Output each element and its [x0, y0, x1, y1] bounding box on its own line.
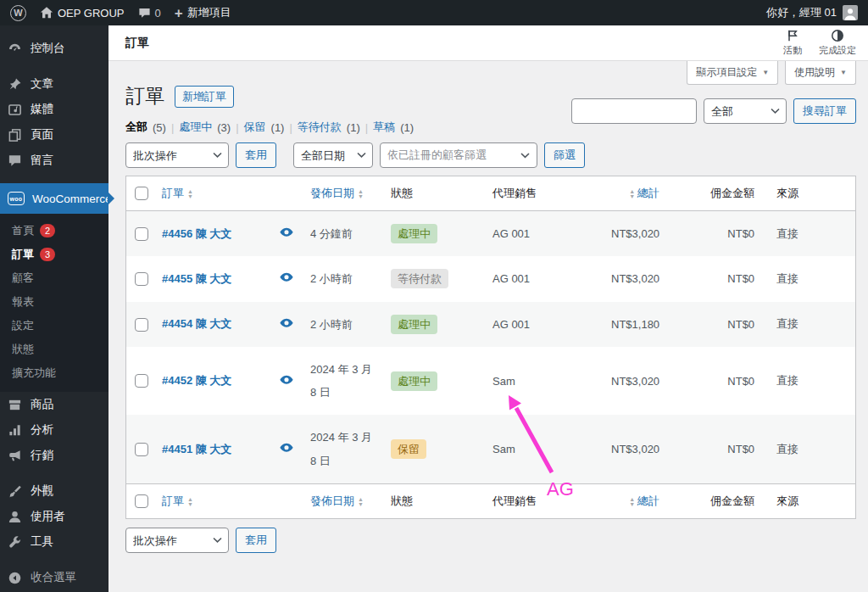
activity-button[interactable]: 活動	[783, 29, 802, 57]
column-total[interactable]: ▲▼總計	[629, 494, 659, 507]
sidebar-item-label: 留言	[31, 153, 53, 168]
column-status: 狀態	[391, 187, 413, 199]
submenu-item-orders[interactable]: 訂單 3	[0, 243, 108, 266]
filter-count: (3)	[217, 121, 231, 134]
sidebar-item-analytics[interactable]: 分析	[0, 417, 108, 443]
order-commission: NT$0	[666, 256, 761, 301]
preview-eye-icon[interactable]	[280, 443, 293, 453]
order-date: 4 分鐘前	[303, 211, 384, 256]
help-tab[interactable]: 使用說明 ▼	[785, 61, 856, 85]
filter-count: (5)	[153, 121, 166, 134]
filter-processing[interactable]: 處理中	[179, 120, 212, 135]
preview-eye-icon[interactable]	[280, 272, 293, 282]
site-name-link[interactable]: OEP GROUP	[40, 6, 125, 20]
order-agent: Sam	[486, 347, 604, 416]
bulk-actions-select[interactable]: 批次操作	[125, 142, 229, 168]
bulk-actions-select-bottom[interactable]: 批次操作	[125, 528, 229, 553]
wrench-icon	[8, 535, 23, 550]
column-order[interactable]: 訂單▲▼	[162, 187, 193, 199]
row-checkbox[interactable]	[135, 443, 148, 456]
wordpress-menu[interactable]: W	[10, 5, 26, 21]
sidebar-item-marketing[interactable]: 行銷	[0, 443, 108, 468]
order-agent: Sam	[486, 415, 604, 483]
plus-icon: +	[175, 6, 183, 20]
customer-filter-select[interactable]: 依已註冊的顧客篩選	[380, 142, 537, 168]
order-link[interactable]: #4454 陳 大文	[162, 317, 231, 330]
account-menu[interactable]: 你好，經理 01	[766, 5, 858, 20]
flag-icon	[786, 29, 799, 42]
submenu-label: 擴充功能	[12, 366, 56, 381]
row-checkbox[interactable]	[135, 318, 148, 332]
row-checkbox[interactable]	[135, 272, 148, 286]
header-title: 訂單	[125, 36, 149, 51]
column-date[interactable]: 發佈日期▲▼	[310, 187, 364, 199]
current-menu-arrow	[108, 192, 114, 205]
column-order[interactable]: 訂單▲▼	[162, 494, 193, 507]
date-filter-select[interactable]: 全部日期	[293, 142, 373, 168]
filter-all[interactable]: 全部	[125, 120, 147, 135]
sidebar-item-products[interactable]: 商品	[0, 392, 108, 417]
submenu-item-extensions[interactable]: 擴充功能	[0, 361, 108, 385]
select-all-checkbox[interactable]	[135, 494, 148, 508]
apply-button[interactable]: 套用	[236, 142, 276, 168]
order-origin: 直接	[761, 302, 855, 347]
order-row: #4452 陳 大文 2024 年 3 月 8 日 處理中 Sam NT$3,0…	[126, 347, 855, 416]
add-order-button[interactable]: 新增訂單	[175, 86, 234, 108]
filter-pending[interactable]: 等待付款	[298, 120, 342, 135]
separator: |	[365, 121, 368, 134]
sidebar-item-woocommerce[interactable]: woo WooCommerce	[0, 183, 108, 214]
submenu-item-reports[interactable]: 報表	[0, 290, 108, 314]
sidebar-item-label: 使用者	[31, 509, 65, 524]
preview-eye-icon[interactable]	[280, 318, 293, 328]
sidebar-item-media[interactable]: 媒體	[0, 97, 108, 122]
order-link[interactable]: #4455 陳 大文	[162, 272, 231, 285]
half-circle-icon	[831, 29, 844, 42]
sidebar-item-tools[interactable]: 工具	[0, 529, 108, 555]
sort-icon: ▲▼	[187, 189, 193, 199]
sidebar-item-pages[interactable]: 頁面	[0, 122, 108, 148]
order-link[interactable]: #4456 陳 大文	[162, 227, 231, 240]
submenu-item-home[interactable]: 首頁 2	[0, 219, 108, 243]
status-badge: 處理中	[391, 224, 437, 243]
order-link[interactable]: #4451 陳 大文	[162, 443, 231, 455]
sidebar-item-dashboard[interactable]: 控制台	[0, 36, 108, 61]
order-link[interactable]: #4452 陳 大文	[162, 374, 231, 387]
avatar	[843, 5, 858, 20]
filter-draft[interactable]: 草稿	[373, 120, 395, 135]
sidebar-item-appearance[interactable]: 外觀	[0, 478, 108, 504]
chevron-down-icon: ▼	[840, 69, 847, 76]
submenu-item-customers[interactable]: 顧客	[0, 266, 108, 290]
sidebar-item-users[interactable]: 使用者	[0, 504, 108, 529]
preview-eye-icon[interactable]	[280, 227, 293, 237]
media-icon	[8, 103, 23, 117]
separator: |	[289, 121, 292, 134]
new-item-link[interactable]: + 新增項目	[175, 5, 231, 20]
comments-admin-link[interactable]: 0	[138, 7, 161, 20]
row-checkbox[interactable]	[135, 227, 148, 241]
column-agent: 代理銷售	[492, 494, 537, 507]
sidebar-item-collapse-menu[interactable]: 收合選單	[0, 565, 108, 590]
order-total: NT$1,180	[604, 302, 666, 347]
sidebar-item-posts[interactable]: 文章	[0, 71, 108, 97]
order-total: NT$3,020	[604, 256, 666, 301]
finish-setup-button[interactable]: 完成設定	[819, 29, 856, 57]
column-commission: 佣金金額	[710, 494, 754, 507]
filter-onhold[interactable]: 保留	[244, 120, 266, 135]
sidebar-item-comments[interactable]: 留言	[0, 148, 108, 173]
dashboard-icon	[8, 42, 23, 56]
help-label: 使用說明	[794, 65, 835, 80]
row-checkbox[interactable]	[135, 374, 148, 388]
sidebar-item-label: 外觀	[31, 483, 53, 499]
screen-options-tab[interactable]: 顯示項目設定 ▼	[687, 61, 778, 85]
submenu-item-settings[interactable]: 設定	[0, 314, 108, 338]
preview-eye-icon[interactable]	[280, 375, 293, 385]
filter-button[interactable]: 篩選	[544, 142, 585, 168]
select-all-checkbox[interactable]	[135, 187, 148, 200]
order-commission: NT$0	[666, 347, 761, 416]
column-date[interactable]: 發佈日期▲▼	[310, 494, 364, 507]
submenu-item-status[interactable]: 狀態	[0, 338, 108, 361]
apply-button-bottom[interactable]: 套用	[236, 528, 276, 553]
submenu-label: 訂單	[12, 247, 34, 262]
submenu-label: 首頁	[12, 223, 34, 238]
column-total[interactable]: ▲▼總計	[629, 187, 659, 199]
